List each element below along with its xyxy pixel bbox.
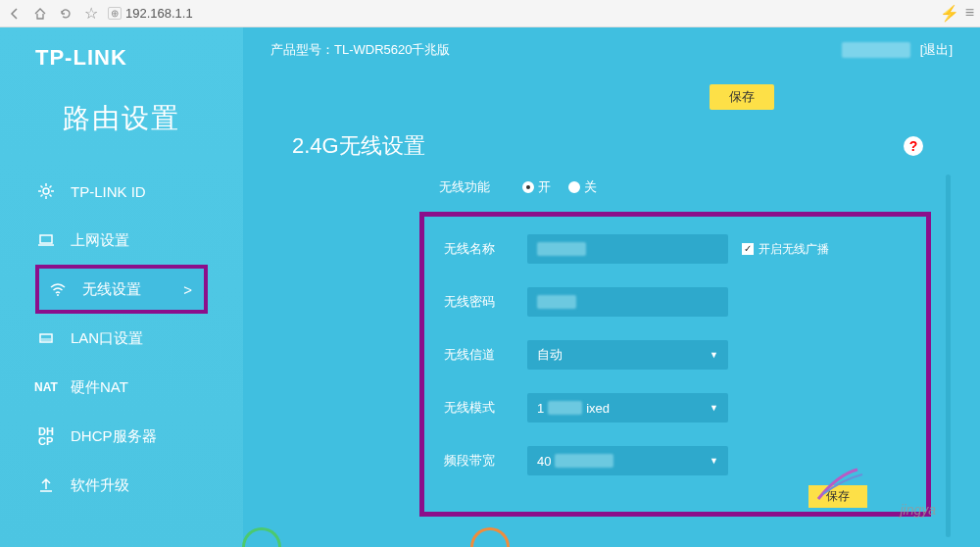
refresh-button[interactable]: [57, 5, 74, 23]
logout-link[interactable]: [退出]: [920, 41, 953, 59]
dhcp-icon: DHCP: [35, 425, 57, 447]
url-text: 192.168.1.1: [125, 6, 193, 21]
wireless-mode-select[interactable]: 1 ixed: [527, 393, 728, 423]
bandwidth-label: 频段带宽: [444, 452, 527, 470]
radio-on[interactable]: 开: [522, 178, 551, 196]
wireless-mode-label: 无线模式: [444, 399, 527, 417]
sidebar-item-upgrade[interactable]: 软件升级: [0, 461, 243, 510]
browser-right-icons: ⚡ ≡: [940, 4, 974, 23]
radio-icon: [522, 181, 534, 193]
circle-icon: [470, 527, 510, 547]
user-block: [退出]: [842, 41, 953, 59]
menu-icon[interactable]: ≡: [965, 4, 974, 23]
url-bar[interactable]: ⊕ 192.168.1.1: [108, 6, 932, 21]
wireless-name-input[interactable]: [527, 234, 728, 264]
sidebar-item-label: 无线设置: [82, 280, 141, 299]
wireless-channel-select[interactable]: 自动: [527, 340, 728, 370]
radio-off[interactable]: 关: [568, 178, 597, 196]
bandwidth-blurred: [555, 454, 613, 468]
bottom-decorations: [0, 527, 980, 547]
sidebar-item-label: DHCP服务器: [71, 427, 157, 446]
sidebar-item-tplink-id[interactable]: TP-LINK ID: [0, 167, 243, 216]
main-header: 产品型号： TL-WDR5620千兆版 [退出]: [243, 27, 980, 73]
pen-stroke-icon: [813, 465, 882, 508]
bandwidth-value: 40: [537, 454, 551, 469]
password-blurred: [537, 295, 576, 309]
svg-point-0: [43, 188, 49, 194]
channel-value: 自动: [537, 346, 563, 364]
laptop-icon: [35, 229, 57, 251]
upload-icon: [35, 474, 57, 496]
gear-icon: [35, 180, 57, 202]
star-button[interactable]: ☆: [82, 5, 100, 23]
wireless-function-label: 无线功能: [439, 178, 522, 196]
wifi-icon: [47, 278, 69, 300]
svg-point-2: [57, 294, 59, 296]
wireless-name-row: 无线名称 开启无线广播: [444, 234, 906, 264]
section-title: 2.4G无线设置: [292, 131, 425, 161]
sidebar: TP-LINK 路由设置 TP-LINK ID 上网设置 无线设置 LAN口设置: [0, 27, 243, 547]
wireless-mode-row: 无线模式 1 ixed: [444, 393, 906, 423]
wireless-password-input[interactable]: [527, 287, 728, 317]
shield-icon: ⊕: [108, 7, 122, 20]
wireless-name-label: 无线名称: [444, 240, 527, 258]
section-title-row: 2.4G无线设置 ?: [243, 110, 980, 178]
back-button[interactable]: [6, 5, 24, 23]
sidebar-item-dhcp[interactable]: DHCP DHCP服务器: [0, 412, 243, 461]
save-button[interactable]: 保存: [710, 84, 774, 110]
form-area: 无线功能 开 关: [243, 178, 980, 196]
logo: TP-LINK: [0, 45, 243, 80]
home-button[interactable]: [31, 5, 49, 23]
bandwidth-select[interactable]: 40: [527, 446, 728, 475]
flash-icon[interactable]: ⚡: [940, 4, 959, 23]
sidebar-item-label: 软件升级: [71, 476, 129, 495]
checkbox-icon: [742, 243, 754, 255]
username-blurred: [842, 42, 910, 58]
sidebar-item-nat[interactable]: NAT 硬件NAT: [0, 363, 243, 412]
scrollbar[interactable]: [946, 174, 951, 537]
wireless-channel-row: 无线信道 自动: [444, 340, 906, 370]
sidebar-item-label: LAN口设置: [71, 329, 143, 348]
browser-toolbar: ☆ ⊕ 192.168.1.1 ⚡ ≡: [0, 0, 980, 27]
wireless-password-row: 无线密码: [444, 287, 906, 317]
app-container: TP-LINK 路由设置 TP-LINK ID 上网设置 无线设置 LAN口设置: [0, 27, 980, 547]
radio-group: 开 关: [522, 178, 597, 196]
radio-icon: [568, 181, 580, 193]
wireless-password-label: 无线密码: [444, 293, 527, 311]
name-blurred: [537, 242, 586, 256]
sidebar-title: 路由设置: [0, 100, 243, 137]
svg-rect-1: [40, 235, 52, 243]
radio-on-label: 开: [538, 178, 551, 196]
help-icon[interactable]: ?: [904, 136, 923, 156]
sidebar-item-internet[interactable]: 上网设置: [0, 216, 243, 265]
mode-prefix: 1: [537, 401, 544, 416]
main-content: 产品型号： TL-WDR5620千兆版 [退出] 保存 2.4G无线设置 ? 无…: [243, 27, 980, 547]
mode-blurred: [548, 401, 582, 415]
sidebar-item-wireless[interactable]: 无线设置: [35, 265, 208, 314]
model-label: 产品型号：: [270, 41, 334, 59]
sidebar-item-label: 上网设置: [71, 231, 129, 250]
wireless-channel-label: 无线信道: [444, 346, 527, 364]
ethernet-icon: [35, 327, 57, 349]
nat-icon: NAT: [35, 376, 57, 398]
model-value: TL-WDR5620千兆版: [334, 41, 450, 59]
broadcast-checkbox-item[interactable]: 开启无线广播: [742, 241, 829, 258]
broadcast-label: 开启无线广播: [759, 241, 829, 258]
sidebar-item-lan[interactable]: LAN口设置: [0, 314, 243, 363]
mode-suffix: ixed: [586, 401, 610, 416]
radio-off-label: 关: [584, 178, 597, 196]
circle-icon: [242, 527, 281, 547]
sidebar-item-label: 硬件NAT: [71, 378, 128, 397]
wireless-function-row: 无线功能 开 关: [439, 178, 921, 196]
sidebar-item-label: TP-LINK ID: [71, 183, 146, 200]
watermark: jingya: [900, 502, 936, 518]
